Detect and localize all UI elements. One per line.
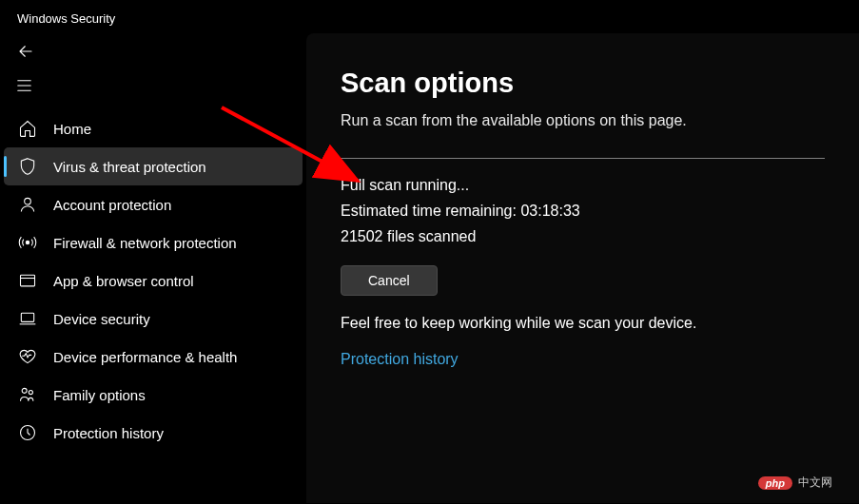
svg-point-4 bbox=[26, 241, 29, 243]
menu-button[interactable] bbox=[0, 69, 306, 109]
scan-status-eta: Estimated time remaining: 03:18:33 bbox=[341, 198, 825, 223]
watermark-badge: php bbox=[758, 476, 792, 490]
sidebar-item-device-security[interactable]: Device security bbox=[0, 300, 306, 338]
watermark-text: 中文网 bbox=[798, 475, 832, 491]
sidebar-item-label: Virus & threat protection bbox=[53, 159, 206, 175]
person-icon bbox=[17, 194, 38, 215]
window-icon bbox=[17, 270, 38, 291]
sidebar-item-protection-history[interactable]: Protection history bbox=[0, 414, 306, 452]
sidebar-item-virus-threat[interactable]: Virus & threat protection bbox=[4, 147, 303, 185]
app-title: Windows Security bbox=[0, 0, 859, 33]
history-icon bbox=[17, 422, 38, 443]
watermark: php 中文网 bbox=[758, 475, 832, 491]
sidebar-item-label: Device security bbox=[53, 311, 150, 327]
page-title: Scan options bbox=[341, 68, 825, 99]
sidebar-item-label: Protection history bbox=[53, 425, 164, 441]
main-content: Scan options Run a scan from the availab… bbox=[306, 33, 859, 503]
svg-rect-7 bbox=[21, 313, 33, 321]
nav-list: Home Virus & threat protection Account p… bbox=[0, 109, 306, 452]
sidebar: Home Virus & threat protection Account p… bbox=[0, 33, 306, 503]
sidebar-item-label: Account protection bbox=[53, 197, 171, 213]
app-layout: Home Virus & threat protection Account p… bbox=[0, 33, 859, 503]
sidebar-item-app-browser[interactable]: App & browser control bbox=[0, 262, 306, 300]
scan-info-text: Feel free to keep working while we scan … bbox=[341, 315, 825, 332]
scan-status-files: 21502 files scanned bbox=[341, 223, 825, 249]
divider bbox=[341, 158, 825, 159]
home-icon bbox=[17, 118, 38, 139]
back-arrow-icon bbox=[17, 43, 34, 60]
svg-rect-5 bbox=[21, 275, 35, 286]
svg-point-10 bbox=[29, 390, 32, 394]
svg-point-3 bbox=[25, 198, 31, 204]
cancel-button[interactable]: Cancel bbox=[341, 265, 438, 296]
scan-status-running: Full scan running... bbox=[341, 172, 825, 198]
sidebar-item-device-performance[interactable]: Device performance & health bbox=[0, 338, 306, 376]
shield-icon bbox=[17, 156, 38, 177]
page-subtitle: Run a scan from the available options on… bbox=[341, 112, 825, 129]
sidebar-item-account[interactable]: Account protection bbox=[0, 185, 306, 223]
sidebar-item-family[interactable]: Family options bbox=[0, 376, 306, 414]
heart-icon bbox=[17, 346, 38, 367]
family-icon bbox=[17, 384, 38, 405]
protection-history-link[interactable]: Protection history bbox=[341, 351, 459, 367]
back-button[interactable] bbox=[0, 33, 306, 69]
sidebar-item-label: Device performance & health bbox=[53, 349, 237, 365]
sidebar-item-home[interactable]: Home bbox=[0, 109, 306, 147]
hamburger-icon bbox=[17, 79, 34, 92]
laptop-icon bbox=[17, 308, 38, 329]
sidebar-item-label: App & browser control bbox=[53, 273, 194, 289]
sidebar-item-label: Home bbox=[53, 121, 91, 137]
sidebar-item-label: Family options bbox=[53, 387, 146, 403]
antenna-icon bbox=[17, 232, 38, 253]
svg-point-9 bbox=[22, 388, 27, 393]
sidebar-item-label: Firewall & network protection bbox=[53, 235, 237, 251]
sidebar-item-firewall[interactable]: Firewall & network protection bbox=[0, 223, 306, 262]
